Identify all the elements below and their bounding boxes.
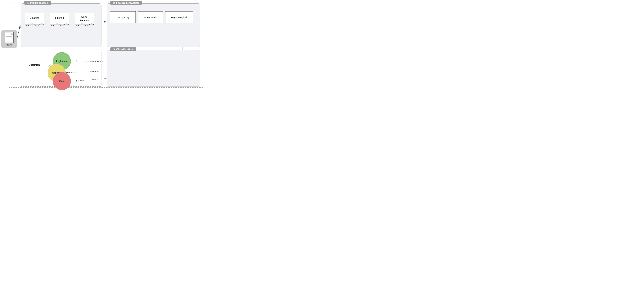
complexity-label: Complexity (116, 16, 129, 19)
doc-shape (5, 32, 14, 43)
diagram: news 1. Preprocessing Cleaning Filtering (0, 0, 206, 90)
feature-extraction-label: 2. Feature Extraction (110, 1, 142, 5)
detection-label-text: Detection (29, 63, 40, 66)
legitimate-label: Legitimate (56, 60, 68, 62)
news-document: news (2, 30, 17, 48)
preprocessing-section: 1. Preprocessing Cleaning Filtering Nois… (21, 3, 102, 47)
news-label: news (6, 43, 12, 46)
cleaning-label: Cleaning (25, 16, 44, 19)
detection-label-box: Detection (23, 61, 46, 69)
feature-extraction-section: 2. Feature Extraction Complexity Stylome… (106, 3, 200, 47)
preprocessing-label: 1. Preprocessing (24, 1, 51, 5)
psychological-box: Psychological (165, 11, 193, 23)
psychological-label: Psychological (171, 16, 187, 19)
detection-section: Detection Legitimate Satirical Fake (21, 50, 102, 87)
noise-removal-label: NoiseRemoval (75, 15, 94, 22)
classification-label: 3. Classification (110, 47, 136, 51)
svg-marker-16 (11, 32, 14, 35)
classification-section: 3. Classification MachineLearningModel (106, 50, 200, 87)
stylometric-label: Stylometric (144, 16, 157, 19)
fake-label: Fake (59, 80, 64, 82)
svg-rect-14 (5, 32, 11, 43)
complexity-box: Complexity (110, 11, 136, 23)
filtering-label: Filtering (50, 16, 69, 19)
fake-circle: Fake (53, 72, 71, 90)
stylometric-box: Stylometric (138, 11, 163, 23)
